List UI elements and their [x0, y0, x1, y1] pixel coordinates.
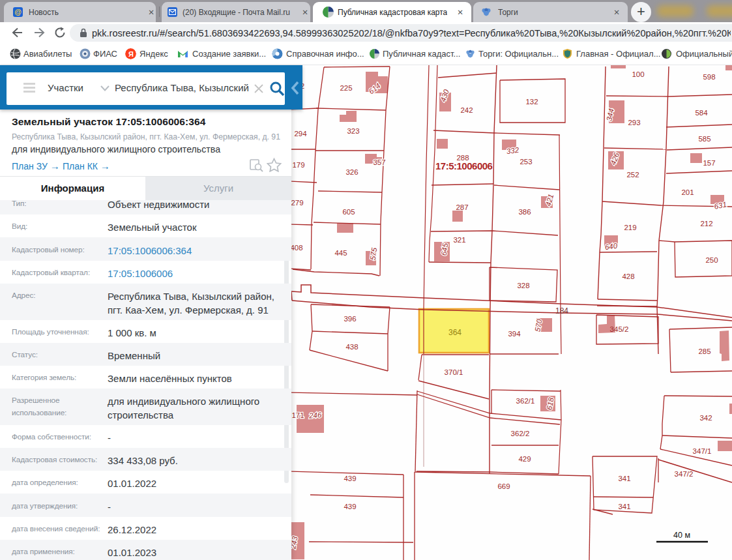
svg-text:219: 219: [624, 224, 636, 231]
svg-text:439: 439: [344, 475, 356, 482]
svg-text:201: 201: [681, 188, 694, 196]
svg-text:575: 575: [369, 247, 378, 261]
svg-text:246: 246: [308, 411, 323, 420]
svg-text:364: 364: [448, 328, 461, 337]
svg-text:342: 342: [699, 414, 712, 422]
svg-text:584: 584: [695, 109, 708, 117]
svg-text:157: 157: [703, 159, 715, 167]
svg-text:17:5:1006006: 17:5:1006006: [435, 160, 493, 171]
svg-text:362/1: 362/1: [516, 397, 535, 405]
svg-text:438: 438: [345, 343, 358, 351]
svg-text:429: 429: [518, 455, 531, 463]
svg-text:341: 341: [618, 503, 630, 510]
svg-text:394: 394: [508, 330, 521, 338]
svg-text:179: 179: [292, 161, 304, 169]
svg-text:171: 171: [291, 411, 304, 419]
svg-text:212: 212: [700, 220, 712, 228]
svg-text:645: 645: [440, 243, 449, 256]
svg-text:294: 294: [294, 130, 307, 138]
svg-text:132: 132: [525, 98, 538, 106]
svg-text:321: 321: [453, 236, 465, 244]
svg-text:40 м: 40 м: [673, 531, 690, 540]
svg-text:323: 323: [347, 127, 359, 135]
svg-text:293: 293: [628, 119, 640, 126]
svg-text:585: 585: [698, 135, 710, 143]
svg-text:347/1: 347/1: [693, 447, 712, 455]
svg-text:250: 250: [705, 256, 718, 264]
svg-text:225: 225: [340, 84, 352, 92]
svg-text:341: 341: [618, 475, 630, 482]
svg-text:408: 408: [291, 244, 303, 252]
svg-text:345/2: 345/2: [610, 325, 629, 333]
svg-text:242: 242: [460, 106, 473, 114]
svg-text:253: 253: [520, 158, 532, 166]
svg-text:326: 326: [345, 168, 358, 176]
svg-text:386: 386: [518, 208, 531, 216]
svg-text:347/2: 347/2: [675, 470, 694, 478]
svg-text:370/1: 370/1: [445, 368, 463, 376]
svg-text:357: 357: [373, 158, 385, 166]
svg-text:285: 285: [698, 347, 710, 355]
svg-text:Я: Я: [128, 50, 134, 58]
svg-text:439: 439: [344, 503, 356, 510]
svg-text:598: 598: [703, 73, 715, 81]
svg-text:252: 252: [626, 171, 639, 179]
svg-text:328: 328: [517, 282, 529, 289]
svg-text:605: 605: [342, 208, 355, 216]
svg-text:396: 396: [344, 315, 356, 323]
svg-text:362/2: 362/2: [511, 430, 530, 437]
svg-text:279: 279: [291, 199, 304, 207]
svg-text:287: 287: [456, 203, 468, 211]
svg-text:184: 184: [555, 306, 568, 316]
svg-text:669: 669: [497, 482, 510, 490]
svg-text:100: 100: [632, 70, 644, 78]
svg-text:445: 445: [334, 249, 347, 257]
svg-text:428: 428: [622, 273, 634, 280]
